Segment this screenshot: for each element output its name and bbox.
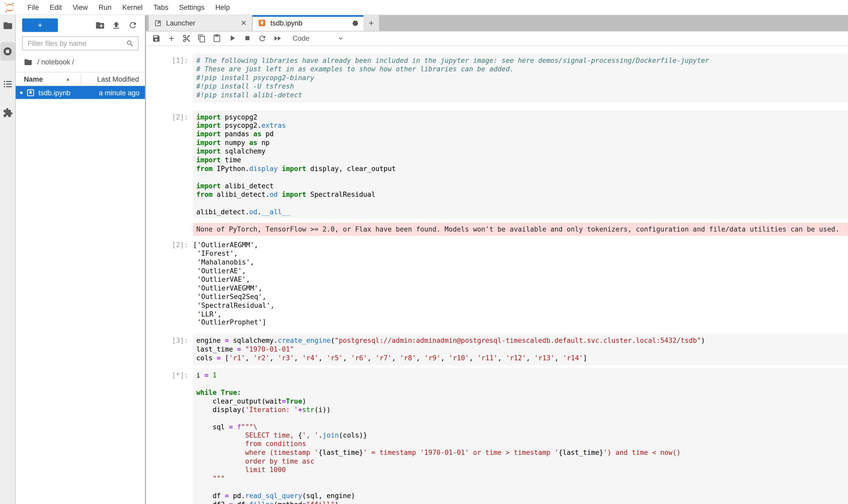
filter-files-input[interactable] (28, 39, 126, 47)
file-row-tsdb[interactable]: tsdb.ipynb a minute ago (16, 86, 145, 99)
add-cell-icon[interactable] (164, 31, 179, 45)
tab-label: Launcher (166, 19, 240, 27)
menu-view[interactable]: View (67, 0, 93, 15)
file-browser-toolbar: + (16, 15, 145, 35)
menu-kernel[interactable]: Kernel (117, 0, 148, 15)
input-prompt: [1]: (146, 54, 193, 102)
cell-type-value: Code (292, 34, 309, 42)
tab-bar: Launcher ✕ tsdb.ipynb + (146, 15, 848, 31)
refresh-icon[interactable] (124, 18, 141, 32)
run-all-icon[interactable] (270, 31, 285, 45)
unsaved-dot-icon[interactable] (353, 20, 358, 26)
tab-launcher[interactable]: Launcher ✕ (149, 15, 253, 31)
code-editor[interactable]: import psycopg2import psycopg2.extrasimp… (193, 110, 848, 219)
tab-tsdb-notebook[interactable]: tsdb.ipynb (253, 15, 364, 31)
upload-icon[interactable] (108, 18, 124, 32)
folder-icon[interactable] (0, 19, 15, 32)
file-dirty-dot (20, 91, 23, 94)
output-text: ['OutlierAEGMM', 'IForest', 'Mahalanobis… (193, 241, 848, 327)
code-editor[interactable]: # The following libraries have already b… (193, 54, 848, 102)
menu-edit[interactable]: Edit (44, 0, 67, 15)
input-prompt: [2]: (146, 110, 193, 219)
stderr-output: None of PyTorch, TensorFlow >= 2.0, or F… (193, 223, 848, 236)
column-last-modified[interactable]: Last Modified (97, 75, 145, 83)
output-cell-2: [2]: ['OutlierAEGMM', 'IForest', 'Mahala… (146, 241, 848, 327)
file-list-header: Name ▲ Last Modified (16, 72, 145, 86)
running-sessions-icon[interactable] (0, 45, 15, 58)
filter-files-box (22, 36, 138, 51)
code-editor[interactable]: i = 1 while True: clear_output(wait=True… (193, 368, 848, 504)
restart-kernel-icon[interactable] (255, 31, 270, 45)
jupyter-logo-icon (4, 1, 16, 13)
code-cell-2: [2]: import psycopg2import psycopg2.extr… (146, 110, 848, 219)
input-prompt: [3]: (146, 334, 193, 365)
breadcrumb[interactable]: / notebook / (16, 55, 145, 69)
code-editor[interactable]: engine = sqlalchemy.create_engine("postg… (193, 334, 848, 365)
sort-ascending-icon[interactable]: ▲ (66, 76, 70, 82)
file-name: tsdb.ipynb (38, 88, 99, 96)
code-cell-3: [3]: engine = sqlalchemy.create_engine("… (146, 334, 848, 365)
tab-label: tsdb.ipynb (270, 19, 353, 27)
stop-icon[interactable] (239, 31, 255, 45)
output-prompt: [2]: (146, 241, 193, 327)
input-prompt: [*]: (146, 368, 193, 504)
cut-icon[interactable] (179, 31, 194, 45)
notebook-toolbar: Code (146, 31, 848, 46)
search-icon (126, 39, 134, 47)
new-tab-button[interactable]: + (363, 15, 379, 31)
column-divider (80, 74, 81, 85)
menu-settings[interactable]: Settings (174, 0, 210, 15)
activity-bar (0, 15, 16, 504)
menu-bar: File Edit View Run Kernel Tabs Settings … (0, 0, 848, 15)
menu-help[interactable]: Help (210, 0, 235, 15)
notebook-icon (258, 19, 266, 27)
menu-tabs[interactable]: Tabs (148, 0, 174, 15)
chevron-down-icon (337, 34, 344, 42)
run-icon[interactable] (224, 31, 239, 45)
breadcrumb-path: / notebook / (37, 58, 74, 66)
code-cell-1: [1]: # The following libraries have alre… (146, 54, 848, 102)
new-launcher-button[interactable]: + (22, 18, 58, 32)
save-icon[interactable] (149, 31, 164, 45)
new-folder-icon[interactable] (92, 18, 108, 32)
extensions-icon[interactable] (0, 106, 15, 119)
notebook-panel: [1]: # The following libraries have alre… (146, 46, 848, 504)
code-cell-4-running: [*]: i = 1 while True: clear_output(wait… (146, 368, 848, 504)
table-of-contents-icon[interactable] (0, 77, 15, 90)
column-name[interactable]: Name (16, 75, 43, 83)
launcher-icon (154, 19, 162, 27)
cell-type-dropdown[interactable]: Code (292, 34, 345, 42)
jupyterlab-window: File Edit View Run Kernel Tabs Settings … (0, 0, 848, 504)
main-area: Launcher ✕ tsdb.ipynb + (146, 15, 848, 504)
menu-run[interactable]: Run (93, 0, 117, 15)
close-icon[interactable]: ✕ (239, 19, 248, 27)
paste-icon[interactable] (209, 31, 224, 45)
copy-icon[interactable] (194, 31, 209, 45)
notebook-file-icon (26, 88, 35, 96)
home-folder-icon[interactable] (24, 58, 33, 67)
file-modified: a minute ago (99, 88, 140, 96)
file-browser-panel: + / notebo (16, 15, 146, 504)
menu-file[interactable]: File (22, 0, 44, 15)
